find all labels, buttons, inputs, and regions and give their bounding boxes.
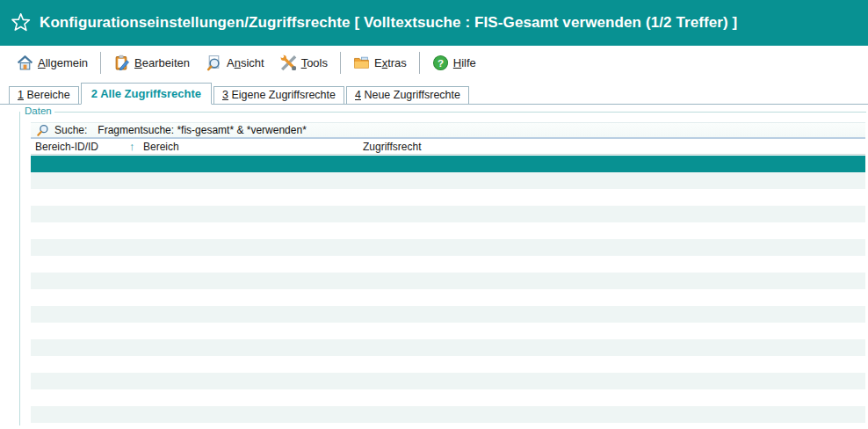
column-header-bereich[interactable]: Bereich <box>143 141 179 153</box>
application-window: Konfigurationseinstellungen/Zugriffsrech… <box>0 0 868 429</box>
tab-bereiche[interactable]: 1 Bereiche <box>9 86 79 105</box>
table-row <box>31 289 865 306</box>
table-row <box>31 406 865 423</box>
toolbar-separator <box>419 52 420 74</box>
help-icon: ? <box>432 55 449 71</box>
tools-icon <box>280 55 297 71</box>
table-row <box>31 256 865 273</box>
table-row <box>31 222 865 239</box>
home-icon <box>17 55 33 71</box>
table-row <box>31 306 865 323</box>
toolbar-label: Tools <box>301 56 328 69</box>
search-bar[interactable]: Suche: Fragmentsuche: *fis-gesamt* & *ve… <box>31 122 865 139</box>
table-row <box>31 356 865 373</box>
svg-text:?: ? <box>438 56 444 68</box>
column-header-bereich-id[interactable]: Bereich-ID/ID <box>35 141 98 153</box>
table-body <box>31 156 865 429</box>
tab-neue-zugriffsrechte[interactable]: 4 Neue Zugriffsrechte <box>346 86 469 105</box>
toolbar-label: Bearbeiten <box>134 56 190 69</box>
group-border-top <box>53 112 866 113</box>
table-row <box>31 339 865 356</box>
table-row-selected[interactable] <box>31 156 865 172</box>
group-border-left <box>19 112 20 425</box>
search-input-value[interactable]: Fragmentsuche: *fis-gesamt* & *verwenden… <box>98 124 306 136</box>
group-label-daten: Daten <box>22 105 54 116</box>
table-row <box>31 273 865 289</box>
tab-eigene-zugriffsrechte[interactable]: 3 Eigene Zugriffsrechte <box>213 86 344 105</box>
star-icon[interactable] <box>8 11 33 35</box>
toolbar-label: Allgemein <box>38 56 88 69</box>
column-header-zugriffsrecht[interactable]: Zugriffsrecht <box>363 141 421 153</box>
toolbar-separator <box>340 52 341 74</box>
toolbar-button-tools[interactable]: Tools <box>272 51 336 75</box>
toolbar-label: Hilfe <box>453 56 476 69</box>
toolbar: Allgemein Bearbeiten <box>0 46 868 79</box>
search-label: Suche: <box>54 124 87 136</box>
toolbar-separator <box>100 52 101 74</box>
toolbar-button-extras[interactable]: Extras <box>345 51 415 75</box>
table-row <box>31 389 865 406</box>
tab-alle-zugriffsrechte[interactable]: 2 Alle Zugriffsrechte <box>81 83 212 105</box>
search-icon <box>36 123 50 137</box>
table-row <box>31 323 865 339</box>
sort-ascending-icon[interactable]: ↑ <box>129 140 135 153</box>
toolbar-button-ansicht[interactable]: Ansicht <box>198 51 272 75</box>
edit-clipboard-icon <box>113 55 130 71</box>
table-row <box>31 172 865 189</box>
folder-icon <box>353 55 370 71</box>
view-magnifier-icon <box>206 55 222 71</box>
table-row <box>31 423 865 429</box>
window-title: Konfigurationseinstellungen/Zugriffsrech… <box>40 14 737 32</box>
tab-strip: 1 Bereiche 2 Alle Zugriffsrechte 3 Eigen… <box>0 84 868 105</box>
table-row <box>31 206 865 222</box>
table-row <box>31 239 865 256</box>
toolbar-button-hilfe[interactable]: ? Hilfe <box>424 51 484 75</box>
table-row <box>31 373 865 389</box>
toolbar-label: Extras <box>374 56 407 69</box>
title-bar: Konfigurationseinstellungen/Zugriffsrech… <box>0 0 868 46</box>
table-row <box>31 189 865 206</box>
table-header: Bereich-ID/ID ↑ Bereich Zugriffsrecht <box>31 139 865 155</box>
toolbar-button-bearbeiten[interactable]: Bearbeiten <box>105 51 198 75</box>
toolbar-button-allgemein[interactable]: Allgemein <box>9 51 96 75</box>
toolbar-label: Ansicht <box>227 56 264 69</box>
